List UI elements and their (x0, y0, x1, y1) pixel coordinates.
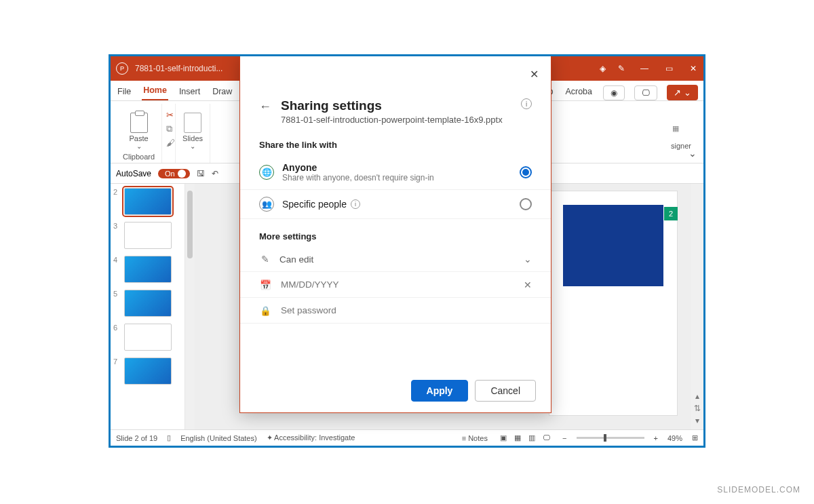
tab-acrobat[interactable]: Acroba (564, 83, 594, 100)
globe-icon: 🌐 (259, 165, 274, 180)
thumbnail-5[interactable]: 5 (113, 290, 182, 317)
lock-icon: 🔒 (259, 305, 271, 316)
specific-info-icon[interactable]: i (351, 199, 360, 209)
scroll-up-icon[interactable]: ▴ (695, 391, 699, 401)
thumbnail-4[interactable]: 4 (113, 256, 182, 283)
slides-icon (184, 113, 201, 133)
tab-file[interactable]: File (116, 83, 132, 100)
radio-anyone[interactable] (520, 166, 532, 178)
slides-group[interactable]: Slides ⌄ (175, 104, 210, 163)
zoom-slider[interactable] (577, 437, 644, 439)
copy-icon[interactable]: ⧉ (166, 123, 175, 134)
notes-button[interactable]: ≡ Notes (462, 434, 488, 442)
sharing-settings-dialog: ✕ ← Sharing settings 7881-01-self-introd… (239, 55, 551, 413)
clipboard-icon (130, 113, 148, 133)
autosave-toggle[interactable]: On (158, 169, 190, 178)
thumbnail-scrollbar[interactable] (185, 184, 195, 429)
share-caret-icon: ⌄ (684, 88, 691, 98)
option-anyone[interactable]: 🌐 Anyone Share with anyone, doesn't requ… (240, 155, 551, 190)
password-input[interactable] (279, 305, 532, 316)
tab-home[interactable]: Home (142, 81, 168, 100)
apply-button[interactable]: Apply (411, 380, 469, 402)
undo-icon[interactable]: ↶ (212, 169, 218, 178)
slides-label: Slides (182, 134, 203, 142)
anyone-sub: Share with anyone, doesn't require sign-… (282, 173, 434, 182)
watermark: SLIDEMODEL.COM (717, 485, 800, 495)
fit-icon[interactable]: ⊞ (692, 433, 698, 442)
chevron-down-icon: ⌄ (524, 254, 532, 265)
people-icon: 👥 (259, 197, 274, 212)
radio-specific[interactable] (520, 198, 532, 210)
tab-draw[interactable]: Draw (211, 83, 233, 100)
dialog-title: Sharing settings (281, 98, 503, 113)
cut-icon[interactable]: ✂ (166, 110, 175, 120)
expiry-date-input[interactable] (279, 279, 516, 290)
diamond-icon[interactable]: ◈ (600, 64, 606, 73)
slide-number-badge: 2 (664, 207, 678, 220)
status-bar: Slide 2 of 19 ▯ English (United States) … (111, 429, 703, 446)
permission-value: Can edit (279, 254, 516, 265)
cancel-button[interactable]: Cancel (475, 380, 536, 402)
close-window-button[interactable]: ✕ (689, 64, 698, 73)
dialog-filename: 7881-01-self-introduction-powerpoint-tem… (281, 115, 503, 125)
slideshow-view-icon[interactable]: 🖵 (543, 433, 550, 442)
autosave-label: AutoSave (116, 169, 151, 178)
option-specific[interactable]: 👥 Specific people i (240, 190, 551, 219)
minimize-button[interactable]: — (640, 64, 649, 73)
anyone-label: Anyone (282, 162, 434, 173)
slide-counter[interactable]: Slide 2 of 19 (116, 434, 157, 442)
sorter-view-icon[interactable]: ▦ (514, 433, 521, 442)
pencil-icon: ✎ (259, 254, 271, 265)
expiry-date-field[interactable]: 📅 ✕ (240, 272, 551, 298)
thumbnail-7[interactable]: 7 (113, 357, 182, 385)
calendar-icon: 📅 (259, 279, 271, 290)
scroll-down-icon[interactable]: ▾ (695, 416, 699, 425)
normal-view-icon[interactable]: ▣ (500, 433, 507, 442)
reading-view-icon[interactable]: ▥ (528, 433, 535, 442)
right-scroll[interactable]: ▴ ⇅ ▾ (691, 184, 703, 429)
app-window: P 7881-01-self-introducti... ◈ ✎ — ▭ ✕ F… (109, 54, 705, 448)
specific-label: Specific people (282, 199, 347, 210)
tab-insert[interactable]: Insert (178, 83, 201, 100)
info-icon[interactable]: i (521, 98, 532, 109)
accessibility-status[interactable]: ✦ Accessibility: Investigate (267, 433, 355, 442)
format-painter-icon[interactable]: 🖌 (166, 138, 175, 148)
back-button[interactable]: ← (259, 100, 271, 114)
record-button[interactable]: ◉ (603, 85, 625, 100)
language-status[interactable]: English (United States) (180, 434, 257, 442)
paste-label: Paste (129, 134, 148, 142)
scroll-updown-icon[interactable]: ⇅ (694, 404, 701, 413)
powerpoint-icon: P (116, 62, 128, 75)
autosave-state: On (165, 170, 175, 178)
present-button[interactable]: 🖵 (634, 85, 657, 100)
share-icon: ↗ (674, 88, 681, 98)
slide-preview (549, 191, 678, 416)
clear-date-icon[interactable]: ✕ (524, 279, 532, 290)
share-button[interactable]: ↗ ⌄ (667, 85, 698, 100)
collapse-ribbon-icon[interactable]: ⌄ (689, 148, 697, 159)
save-icon[interactable]: 🖫 (197, 169, 205, 178)
clipboard-group-label: Clipboard (123, 153, 155, 163)
zoom-out-icon[interactable]: − (562, 434, 566, 442)
zoom-in-icon[interactable]: + (654, 434, 658, 442)
maximize-button[interactable]: ▭ (664, 64, 674, 73)
spellcheck-icon[interactable]: ▯ (167, 433, 171, 442)
view-buttons: ▣ ▦ ▥ 🖵 (497, 433, 553, 442)
share-section-label: Share the link with (240, 128, 551, 155)
magic-icon[interactable]: ✎ (618, 64, 625, 73)
thumbnail-3[interactable]: 3 (113, 222, 182, 249)
paste-group[interactable]: Paste ⌄ Clipboard (116, 104, 162, 163)
thumbnail-6[interactable]: 6 (113, 324, 182, 351)
zoom-level[interactable]: 49% (667, 434, 682, 442)
permission-dropdown[interactable]: ✎ Can edit ⌄ (240, 247, 551, 272)
more-settings-label: More settings (240, 219, 551, 247)
password-field[interactable]: 🔒 (240, 298, 551, 324)
thumbnail-2[interactable]: 2 (113, 188, 182, 215)
slide-thumbnails: 2 3 4 5 6 7 (111, 184, 185, 429)
dialog-close-button[interactable]: ✕ (527, 65, 541, 83)
